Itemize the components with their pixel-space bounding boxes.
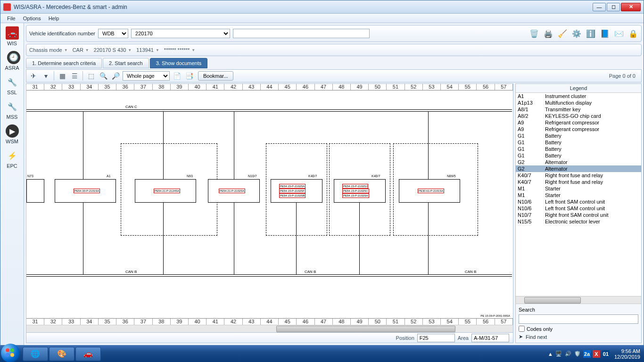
print-icon[interactable]: 🖨️ — [543, 28, 553, 39]
menu-help[interactable]: Help — [45, 15, 63, 22]
chassis-engine[interactable]: 113941 — [136, 47, 159, 53]
scroll-thumb[interactable] — [524, 297, 581, 304]
ref-link[interactable]: PE54.30-P-2101SA — [74, 189, 100, 193]
tab-documents[interactable]: 3. Show documents — [150, 58, 208, 68]
legend-row[interactable]: A8/1Transmitter key — [516, 106, 641, 113]
sidebar-wis[interactable]: 🚗WIS — [1, 25, 23, 48]
zoom-out-icon[interactable]: 🔎 — [110, 71, 121, 81]
legend-code: N10/7 — [518, 212, 545, 218]
tray-icon[interactable]: 🔊 — [564, 350, 572, 358]
task-paint[interactable]: 🎨 — [49, 347, 74, 361]
lock-icon[interactable]: 🔒 — [628, 28, 638, 39]
minimize-button[interactable]: — — [593, 3, 606, 11]
nav-back-icon[interactable]: ✈ — [28, 71, 39, 81]
legend-row[interactable]: N10/6Left front SAM control unit — [516, 198, 641, 205]
dropdown-icon[interactable]: ▾ — [41, 71, 51, 81]
legend-list[interactable]: A1Instrument clusterA1p13Multifunction d… — [516, 93, 641, 296]
task-wis[interactable]: 🚗 — [75, 347, 101, 361]
sidebar-item-label: EPC — [7, 163, 17, 169]
zoom-in-icon[interactable]: 🔍 — [98, 71, 108, 81]
info-icon[interactable]: ℹ️ — [586, 28, 596, 39]
eraser-icon[interactable]: 🧹 — [557, 28, 568, 39]
sidebar-wsm[interactable]: ▶WSM — [1, 123, 23, 146]
ref-link[interactable]: PE54.21-P-2102SA — [219, 189, 245, 193]
chassis-car[interactable]: CAR — [73, 47, 89, 53]
legend-row[interactable]: A9Refrigerant compressor — [516, 126, 641, 132]
maximize-button[interactable]: ◻ — [607, 3, 620, 11]
ref-link[interactable]: PE54.15-P-2102SC — [342, 189, 369, 193]
legend-row[interactable]: N10/7Right front SAM control unit — [516, 212, 641, 218]
diagram-body[interactable]: CAN C CAN B CAN B CAN B N73 A1 PE54.30-P… — [26, 90, 513, 318]
legend-row[interactable]: K40/7Right front fuse and relay — [516, 172, 641, 179]
start-button[interactable] — [1, 344, 20, 362]
scroll-thumb[interactable] — [276, 326, 455, 332]
book-icon[interactable]: 📘 — [600, 28, 610, 39]
find-next-button[interactable]: ➤ Find next — [519, 334, 638, 340]
chassis-model[interactable]: 220170 S 430 — [94, 47, 132, 53]
h-scrollbar[interactable] — [26, 325, 513, 332]
ref-link[interactable]: PE54.15-P-2102SJ — [342, 184, 368, 189]
close-button[interactable]: ✕ — [621, 3, 641, 11]
chassis-mode[interactable]: Chassis mode — [29, 47, 68, 53]
legend-h-scrollbar[interactable] — [516, 296, 641, 304]
ref-link[interactable]: PE54.15-P-2102SA — [279, 184, 305, 189]
tray-icon[interactable]: X — [593, 350, 600, 358]
legend-row[interactable]: K40/7Right front fuse and relay — [516, 179, 641, 185]
legend-row[interactable]: A1p13Multifunction display — [516, 99, 641, 106]
tray-up-icon[interactable]: ▲ — [548, 351, 553, 357]
grid-icon[interactable]: ▦ — [57, 71, 67, 81]
legend-row[interactable]: N15/5Electronic selector lever — [516, 218, 641, 225]
wrench-icon: 🔧 — [6, 75, 19, 89]
vin-value-select[interactable]: 220170 — [131, 29, 230, 38]
mail-icon[interactable]: ✉️ — [614, 28, 624, 39]
ref-link[interactable]: PE54.15-P-2102SH — [342, 193, 369, 198]
bookmark-button[interactable]: Bookmar... — [198, 71, 233, 81]
pages-icon[interactable]: 📑 — [184, 71, 194, 81]
tray-icon[interactable]: 🛡️ — [574, 350, 581, 358]
zoom-select[interactable]: Whole page — [123, 71, 170, 81]
sidebar-epc[interactable]: ⚡EPC — [1, 148, 23, 170]
menu-options[interactable]: Options — [19, 15, 45, 22]
legend-row[interactable]: A8/2KEYLESS-GO chip card — [516, 113, 641, 119]
tray-icon[interactable]: 2a — [583, 350, 591, 358]
menu-file[interactable]: File — [3, 15, 19, 22]
legend-row[interactable]: G1Battery — [516, 146, 641, 152]
tray-icon[interactable]: 01 — [602, 350, 610, 358]
codes-only-checkbox[interactable]: Codes only — [519, 326, 638, 332]
gear-icon[interactable]: ⚙️ — [571, 28, 582, 39]
legend-row[interactable]: N10/6Left front SAM control unit — [516, 205, 641, 212]
play-icon: ▶ — [6, 124, 19, 138]
vin-prefix-select[interactable]: WDB — [98, 29, 128, 38]
vin-extra-input[interactable] — [233, 29, 370, 38]
legend-code: G2 — [518, 159, 545, 165]
list-icon[interactable]: ☰ — [69, 71, 80, 81]
legend-row[interactable]: G2Alternator — [516, 165, 641, 172]
tray-icon[interactable]: 🖥️ — [555, 350, 562, 358]
area-field[interactable] — [471, 334, 509, 342]
legend-row[interactable]: M1Starter — [516, 185, 641, 192]
legend-row[interactable]: A9Refrigerant compressor — [516, 119, 641, 126]
legend-row[interactable]: M1Starter — [516, 192, 641, 198]
select-icon[interactable]: ⬚ — [86, 71, 96, 81]
taskbar-clock[interactable]: 9:56 AM 12/20/2019 — [614, 348, 640, 360]
legend-row[interactable]: G1Battery — [516, 152, 641, 159]
ref-link[interactable]: PE54.15-P-2102SF — [279, 189, 305, 193]
chassis-extra[interactable]: ****** ****** — [164, 47, 195, 53]
legend-row[interactable]: A1Instrument cluster — [516, 93, 641, 99]
sidebar-mss[interactable]: 🔧MSS — [1, 99, 23, 121]
tab-criteria[interactable]: 1. Determine search criteria — [26, 58, 102, 68]
legend-row[interactable]: G1Battery — [516, 139, 641, 146]
page-icon[interactable]: 📄 — [172, 71, 182, 81]
ref-link[interactable]: PE54.21-P-2124SA — [154, 189, 180, 193]
delete-icon[interactable]: 🗑️ — [529, 28, 539, 39]
legend-row[interactable]: G2Alternator — [516, 159, 641, 165]
search-input[interactable] — [519, 314, 638, 324]
sidebar-ssl[interactable]: 🔧SSL — [1, 74, 23, 97]
legend-row[interactable]: G1Battery — [516, 132, 641, 139]
position-field[interactable] — [417, 334, 455, 342]
sidebar-asra[interactable]: 🕘ASRA — [1, 49, 23, 72]
tab-search[interactable]: 2. Start search — [103, 58, 149, 68]
ref-link[interactable]: PE30.61-P-2101SA — [418, 189, 444, 193]
task-ie[interactable]: 🌐 — [23, 347, 48, 361]
ref-link[interactable]: PE54.15-P-2102SB — [279, 193, 305, 198]
